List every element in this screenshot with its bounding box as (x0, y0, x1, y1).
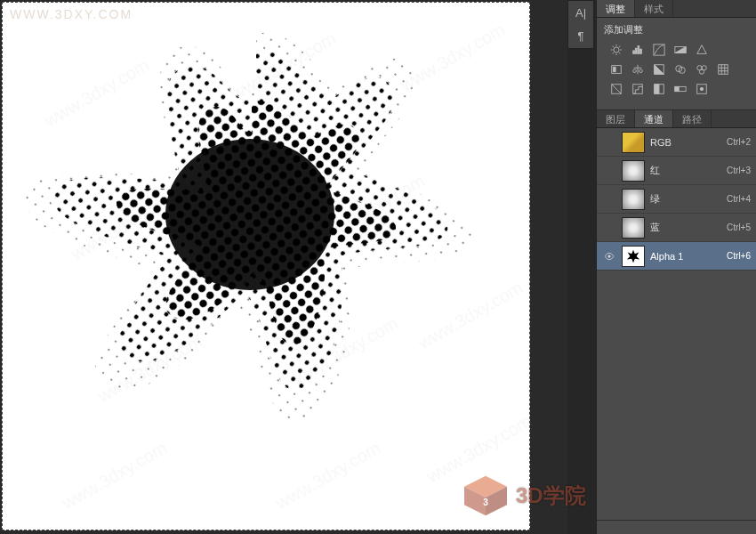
svg-point-3 (165, 139, 334, 290)
eye-icon (604, 252, 615, 261)
tab-adjustments[interactable]: 调整 (597, 0, 635, 17)
adjustments-title: 添加调整 (604, 23, 749, 36)
levels-icon[interactable] (631, 44, 645, 56)
svg-line-10 (619, 53, 620, 53)
svg-point-28 (699, 69, 704, 74)
adjustments-row-3 (604, 81, 749, 101)
right-panel-column: 调整 样式 添加调整 (596, 0, 756, 534)
channel-name: RGB (650, 137, 727, 148)
brand-logo: 3 3D学院 (461, 465, 594, 527)
canvas[interactable]: WWW.3DXY.COM www.3dxy.com www.3dxy.com w… (2, 2, 530, 530)
svg-rect-29 (719, 65, 728, 75)
threshold-icon[interactable] (652, 83, 666, 95)
channel-row-rgb[interactable]: RGB Ctrl+2 (597, 128, 756, 157)
svg-rect-39 (675, 86, 679, 91)
svg-rect-14 (635, 48, 637, 53)
paragraph-tool-icon[interactable]: A| (568, 1, 593, 24)
exposure-icon[interactable] (673, 44, 688, 56)
channel-thumb-icon (622, 217, 645, 239)
svg-point-41 (700, 87, 704, 91)
tab-styles[interactable]: 样式 (635, 0, 673, 17)
adjustments-row-2 (604, 61, 749, 81)
channels-tabbar: 图层 通道 路径 (597, 110, 756, 128)
curves-icon[interactable] (652, 44, 666, 56)
svg-rect-16 (640, 49, 642, 53)
svg-rect-35 (633, 85, 643, 94)
channel-thumb-icon (622, 189, 645, 210)
tab-channels[interactable]: 通道 (635, 110, 673, 127)
pilcrow-tool-icon[interactable]: ¶ (568, 24, 593, 47)
channel-thumb-icon (622, 160, 645, 182)
workspace: WWW.3DXY.COM www.3dxy.com www.3dxy.com w… (0, 0, 567, 534)
channel-thumb-icon (622, 132, 645, 153)
channel-shortcut: Ctrl+5 (727, 222, 751, 232)
svg-rect-13 (633, 51, 635, 54)
posterize-icon[interactable] (631, 83, 645, 95)
adjustments-panel: 调整 样式 添加调整 (597, 0, 756, 110)
svg-line-12 (619, 46, 620, 47)
channel-shortcut: Ctrl+4 (727, 194, 751, 204)
svg-rect-37 (655, 85, 659, 94)
brightness-icon[interactable] (609, 44, 623, 56)
adjustments-row-1 (604, 42, 749, 61)
adjustments-tabbar: 调整 样式 (597, 0, 756, 18)
svg-point-21 (633, 69, 637, 73)
channel-shortcut: Ctrl+2 (727, 137, 751, 147)
channels-list: RGB Ctrl+2 红 Ctrl+3 绿 Ctrl+4 蓝 Ctrl+5 (597, 128, 756, 520)
channel-row-green[interactable]: 绿 Ctrl+4 (597, 185, 756, 214)
channel-name: 蓝 (650, 221, 727, 234)
channel-row-red[interactable]: 红 Ctrl+3 (597, 157, 756, 185)
invert-icon[interactable] (609, 83, 623, 95)
svg-rect-15 (638, 46, 639, 54)
cube-icon: 3 (461, 474, 511, 517)
svg-point-42 (608, 255, 611, 257)
channel-row-alpha[interactable]: Alpha 1 Ctrl+6 (597, 242, 756, 271)
selective-icon[interactable] (695, 83, 709, 95)
svg-point-4 (614, 47, 619, 53)
visibility-toggle[interactable] (602, 252, 616, 261)
svg-rect-20 (614, 67, 616, 71)
svg-point-22 (639, 69, 643, 73)
balance-icon[interactable] (631, 63, 645, 76)
channel-name: 红 (650, 164, 727, 177)
bw-icon[interactable] (652, 63, 666, 76)
halftone-artwork (3, 3, 529, 530)
vibrance-icon[interactable] (695, 44, 709, 56)
mini-toolbar: A| ¶ (567, 0, 594, 49)
gradmap-icon[interactable] (673, 83, 688, 95)
channel-name: Alpha 1 (650, 251, 727, 262)
brand-text: 3D学院 (516, 481, 586, 510)
channels-panel: 图层 通道 路径 RGB Ctrl+2 红 Ctrl+3 绿 Ctrl+4 (597, 110, 756, 521)
photofilter-icon[interactable] (673, 63, 688, 76)
tab-layers[interactable]: 图层 (597, 110, 635, 127)
lookup-icon[interactable] (716, 63, 730, 76)
channel-shortcut: Ctrl+6 (727, 251, 751, 261)
tab-paths[interactable]: 路径 (673, 110, 712, 127)
mixer-icon[interactable] (695, 63, 709, 76)
channel-thumb-icon (622, 246, 645, 267)
channel-shortcut: Ctrl+3 (727, 166, 751, 175)
svg-line-11 (613, 53, 614, 53)
channel-row-blue[interactable]: 蓝 Ctrl+5 (597, 214, 756, 242)
channel-name: 绿 (650, 192, 727, 206)
hue-icon[interactable] (609, 63, 623, 76)
svg-line-9 (613, 46, 614, 47)
svg-text:3: 3 (483, 498, 488, 507)
